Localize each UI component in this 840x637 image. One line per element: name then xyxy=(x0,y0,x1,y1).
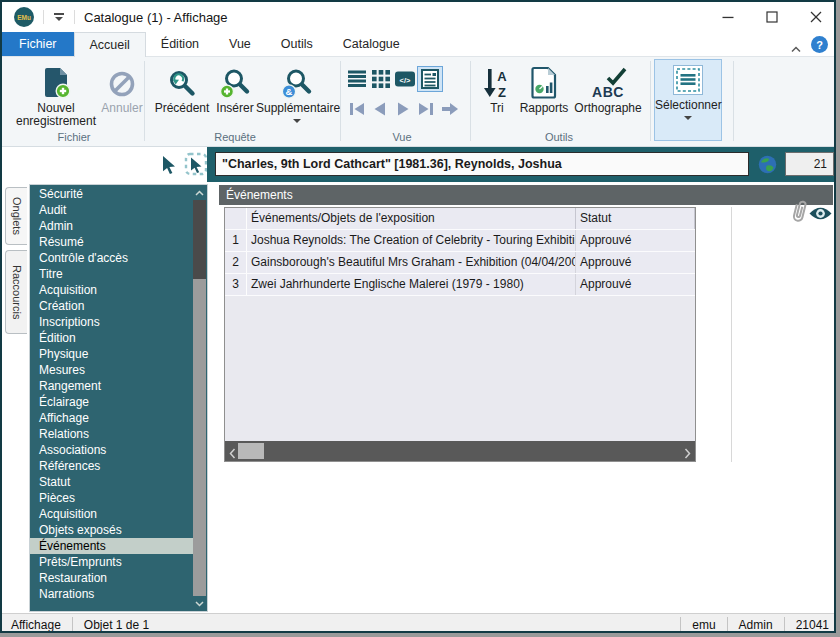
sidebar-item[interactable]: Résumé xyxy=(30,234,193,250)
side-tab-onglets[interactable]: Onglets xyxy=(5,187,27,245)
table-horizontal-scrollbar[interactable] xyxy=(225,441,695,461)
sidebar-item[interactable]: Références xyxy=(30,458,193,474)
sidebar-item[interactable]: Audit xyxy=(30,202,193,218)
cursor-arrow-icon[interactable] xyxy=(159,154,179,179)
code-view-icon: </> xyxy=(395,69,415,89)
sidebar-item[interactable]: Inscriptions xyxy=(30,314,193,330)
sidebar-item[interactable]: Objets exposés xyxy=(30,522,193,538)
status-cell[interactable]: Approuvé xyxy=(576,274,695,295)
last-record-button xyxy=(415,98,437,120)
sidebar-item[interactable]: Prêts/Emprunts xyxy=(30,554,193,570)
sidebar-item[interactable]: Statut xyxy=(30,474,193,490)
collapse-ribbon-icon[interactable] xyxy=(790,39,802,57)
form-view-button[interactable] xyxy=(417,66,443,92)
tab-vue[interactable]: Vue xyxy=(214,32,266,56)
globe-icon[interactable] xyxy=(758,155,777,178)
sidebar-item[interactable]: Admin xyxy=(30,218,193,234)
table-row[interactable]: 1 Joshua Reynolds: The Creation of Celeb… xyxy=(225,230,695,252)
sidebar-scroll-thumb[interactable] xyxy=(193,279,206,596)
table-row[interactable]: 2 Gainsborough's Beautiful Mrs Graham - … xyxy=(225,252,695,274)
sidebar-item[interactable]: Titre xyxy=(30,266,193,282)
sidebar-item[interactable]: Sécurité xyxy=(30,186,193,202)
close-button[interactable] xyxy=(794,2,836,32)
quick-access-dropdown-icon[interactable] xyxy=(53,12,65,23)
status-bar: Affichage Objet 1 de 1 emu Admin 21041 xyxy=(2,613,836,633)
sidebar-item-selected[interactable]: Événements xyxy=(30,538,193,554)
tab-accueil[interactable]: Accueil xyxy=(74,32,146,57)
reports-button[interactable]: Rapports xyxy=(518,60,570,115)
sidebar-item[interactable]: Contrôle d'accès xyxy=(30,250,193,266)
record-summary-field[interactable]: "Charles, 9th Lord Cathcart" [1981.36], … xyxy=(215,152,749,176)
dropdown-caret-icon xyxy=(684,116,692,120)
help-button[interactable]: ? xyxy=(811,36,828,53)
sidebar-item[interactable]: Associations xyxy=(30,442,193,458)
select-mode-icon[interactable] xyxy=(184,152,208,180)
attachment-paperclip-icon[interactable] xyxy=(788,197,810,231)
scroll-left-icon[interactable] xyxy=(229,445,236,463)
column-header-event[interactable]: Événements/Objets de l'exposition xyxy=(247,208,576,229)
event-cell[interactable]: Joshua Reynolds: The Creation of Celebri… xyxy=(247,230,576,251)
code-view-button[interactable]: </> xyxy=(394,68,416,90)
ribbon-tab-row: Fichier Accueil Édition Vue Outils Catal… xyxy=(2,32,836,57)
sidebar-item[interactable]: Mesures xyxy=(30,362,193,378)
status-cell[interactable]: Approuvé xyxy=(576,252,695,273)
new-record-button[interactable]: Nouvel enregistrement xyxy=(12,60,100,128)
side-tab-raccourcis[interactable]: Raccourcis xyxy=(5,250,27,334)
list-view-button[interactable] xyxy=(346,68,368,90)
panel-title: Événements xyxy=(219,185,833,205)
group-label-vue: Vue xyxy=(346,131,458,143)
scroll-up-icon[interactable] xyxy=(193,186,206,199)
table-row[interactable]: 3 Zwei Jahrhunderte Englische Malerei (1… xyxy=(225,274,695,296)
ribbon: Nouvel enregistrement Annuler Fichier xyxy=(2,57,836,147)
spelling-icon: ABC xyxy=(572,60,644,100)
status-cell[interactable]: Approuvé xyxy=(576,230,695,251)
sidebar-item[interactable]: Restauration xyxy=(30,570,193,586)
table-scroll-thumb[interactable] xyxy=(238,443,264,459)
sidebar-item[interactable]: Création xyxy=(30,298,193,314)
maximize-button[interactable] xyxy=(750,2,794,32)
grid-view-icon xyxy=(371,69,391,89)
group-label-fichier: Fichier xyxy=(16,131,132,143)
sidebar-tab-list: Sécurité Audit Admin Résumé Contrôle d'a… xyxy=(29,184,208,612)
status-record-position: Objet 1 de 1 xyxy=(73,618,160,632)
table-empty-area xyxy=(225,296,695,441)
sidebar-item[interactable]: Affichage xyxy=(30,410,193,426)
search-insert-button[interactable]: Insérer xyxy=(214,60,256,115)
sidebar-item[interactable]: Narrations xyxy=(30,586,193,602)
sidebar-item[interactable]: Relations xyxy=(30,426,193,442)
select-button[interactable]: Sélectionner xyxy=(654,59,722,141)
event-cell[interactable]: Gainsborough's Beautiful Mrs Graham - Ex… xyxy=(247,252,576,273)
row-number: 3 xyxy=(225,274,247,295)
tab-outils[interactable]: Outils xyxy=(266,32,328,56)
sidebar-item[interactable]: Éclairage xyxy=(30,394,193,410)
tab-catalogue[interactable]: Catalogue xyxy=(328,32,415,56)
event-cell[interactable]: Zwei Jahrhunderte Englische Malerei (197… xyxy=(247,274,576,295)
scroll-right-icon[interactable] xyxy=(684,445,691,463)
sidebar-item[interactable]: Pièces xyxy=(30,490,193,506)
first-record-button xyxy=(346,98,368,120)
group-separator xyxy=(470,61,471,141)
next-record-button xyxy=(392,98,414,120)
tab-edition[interactable]: Édition xyxy=(146,32,214,56)
search-more-button[interactable]: & Supplémentaire xyxy=(256,60,338,123)
panel-edge-line xyxy=(731,207,732,462)
sidebar-item[interactable]: Édition xyxy=(30,330,193,346)
sidebar-item[interactable]: Physique xyxy=(30,346,193,362)
select-marquee-icon xyxy=(673,65,703,95)
scroll-down-icon[interactable] xyxy=(193,597,206,610)
grid-view-button[interactable] xyxy=(370,68,392,90)
minimize-button[interactable] xyxy=(706,2,750,32)
sort-button[interactable]: A Z Tri xyxy=(478,60,516,115)
sidebar-item[interactable]: Acquisition xyxy=(30,506,193,522)
column-header-statut[interactable]: Statut xyxy=(576,208,695,229)
view-attachment-eye-icon[interactable] xyxy=(808,205,833,226)
spelling-button[interactable]: ABC Orthographe xyxy=(572,60,644,115)
sidebar-scrollbar[interactable] xyxy=(193,186,206,610)
dropdown-caret-icon xyxy=(293,119,301,123)
record-header-row: "Charles, 9th Lord Cathcart" [1981.36], … xyxy=(2,147,836,182)
sidebar-item[interactable]: Rangement xyxy=(30,378,193,394)
tab-fichier[interactable]: Fichier xyxy=(2,32,74,56)
sidebar-scroll-track[interactable] xyxy=(193,200,206,596)
sidebar-item[interactable]: Acquisition xyxy=(30,282,193,298)
search-previous-button[interactable]: Précédent xyxy=(150,60,214,115)
